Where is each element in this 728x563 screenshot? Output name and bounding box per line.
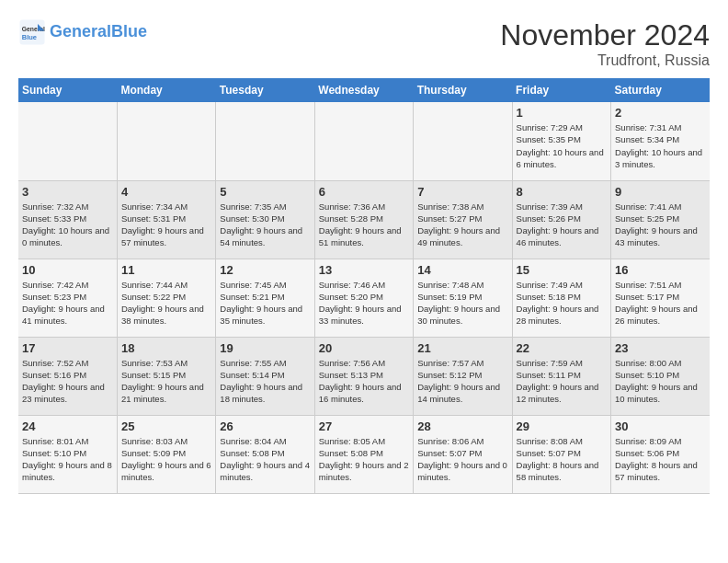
day-number: 18 <box>121 341 211 355</box>
day-info: Sunrise: 7:52 AM Sunset: 5:16 PM Dayligh… <box>22 357 113 406</box>
day-info: Sunrise: 7:32 AM Sunset: 5:33 PM Dayligh… <box>22 201 113 249</box>
calendar-day-cell: 8Sunrise: 7:39 AM Sunset: 5:26 PM Daylig… <box>512 180 610 259</box>
calendar-day-cell: 27Sunrise: 8:05 AM Sunset: 5:08 PM Dayli… <box>314 415 413 493</box>
day-info: Sunrise: 7:35 AM Sunset: 5:30 PM Dayligh… <box>220 201 310 249</box>
day-number: 4 <box>121 185 211 199</box>
weekday-header: Friday <box>512 78 610 102</box>
title-area: November 2024 Trudfront, Russia <box>500 18 710 69</box>
day-number: 22 <box>517 341 607 355</box>
calendar-day-cell: 4Sunrise: 7:34 AM Sunset: 5:31 PM Daylig… <box>117 180 215 259</box>
day-info: Sunrise: 7:55 AM Sunset: 5:14 PM Dayligh… <box>220 357 310 406</box>
calendar-day-cell: 30Sunrise: 8:09 AM Sunset: 5:06 PM Dayli… <box>611 415 710 493</box>
day-info: Sunrise: 7:34 AM Sunset: 5:31 PM Dayligh… <box>121 201 211 249</box>
calendar-table: SundayMondayTuesdayWednesdayThursdayFrid… <box>18 78 710 494</box>
day-info: Sunrise: 7:36 AM Sunset: 5:28 PM Dayligh… <box>319 201 409 249</box>
calendar-day-cell: 16Sunrise: 7:51 AM Sunset: 5:17 PM Dayli… <box>611 259 710 337</box>
day-number: 26 <box>220 419 310 433</box>
day-info: Sunrise: 8:09 AM Sunset: 5:06 PM Dayligh… <box>615 435 706 484</box>
calendar-day-cell: 15Sunrise: 7:49 AM Sunset: 5:18 PM Dayli… <box>512 259 610 337</box>
calendar-day-cell: 13Sunrise: 7:46 AM Sunset: 5:20 PM Dayli… <box>314 259 413 337</box>
page-header: General Blue GeneralBlue November 2024 T… <box>18 18 710 69</box>
day-info: Sunrise: 7:51 AM Sunset: 5:17 PM Dayligh… <box>615 279 706 327</box>
day-info: Sunrise: 8:01 AM Sunset: 5:10 PM Dayligh… <box>22 435 113 484</box>
day-info: Sunrise: 7:48 AM Sunset: 5:19 PM Dayligh… <box>417 279 507 327</box>
day-info: Sunrise: 7:38 AM Sunset: 5:27 PM Dayligh… <box>417 201 507 249</box>
calendar-header-row: SundayMondayTuesdayWednesdayThursdayFrid… <box>18 78 710 102</box>
day-info: Sunrise: 7:42 AM Sunset: 5:23 PM Dayligh… <box>22 279 113 327</box>
day-info: Sunrise: 7:56 AM Sunset: 5:13 PM Dayligh… <box>319 357 409 406</box>
day-number: 25 <box>121 419 211 433</box>
calendar-day-cell: 2Sunrise: 7:31 AM Sunset: 5:34 PM Daylig… <box>611 102 710 180</box>
day-number: 30 <box>615 419 706 433</box>
calendar-day-cell: 1Sunrise: 7:29 AM Sunset: 5:35 PM Daylig… <box>512 102 610 180</box>
calendar-day-cell: 19Sunrise: 7:55 AM Sunset: 5:14 PM Dayli… <box>216 337 314 415</box>
day-number: 16 <box>615 263 706 277</box>
calendar-day-cell: 14Sunrise: 7:48 AM Sunset: 5:19 PM Dayli… <box>414 259 512 337</box>
logo-general: General <box>50 22 111 40</box>
day-number: 14 <box>417 263 507 277</box>
day-number: 23 <box>615 341 706 355</box>
day-number: 10 <box>22 263 113 277</box>
calendar-day-cell: 26Sunrise: 8:04 AM Sunset: 5:08 PM Dayli… <box>216 415 314 493</box>
day-info: Sunrise: 8:08 AM Sunset: 5:07 PM Dayligh… <box>517 435 607 484</box>
calendar-day-cell: 6Sunrise: 7:36 AM Sunset: 5:28 PM Daylig… <box>314 180 413 259</box>
day-number: 20 <box>319 341 409 355</box>
day-number: 8 <box>517 185 607 199</box>
day-number: 29 <box>517 419 607 433</box>
calendar-week-row: 24Sunrise: 8:01 AM Sunset: 5:10 PM Dayli… <box>18 415 710 493</box>
day-number: 1 <box>517 106 607 120</box>
day-info: Sunrise: 8:03 AM Sunset: 5:09 PM Dayligh… <box>121 435 211 484</box>
calendar-day-cell: 9Sunrise: 7:41 AM Sunset: 5:25 PM Daylig… <box>611 180 710 259</box>
day-number: 12 <box>220 263 310 277</box>
day-info: Sunrise: 7:49 AM Sunset: 5:18 PM Dayligh… <box>517 279 607 327</box>
day-info: Sunrise: 7:44 AM Sunset: 5:22 PM Dayligh… <box>121 279 211 327</box>
day-number: 6 <box>319 185 409 199</box>
day-number: 27 <box>319 419 409 433</box>
calendar-day-cell: 18Sunrise: 7:53 AM Sunset: 5:15 PM Dayli… <box>117 337 215 415</box>
weekday-header: Wednesday <box>314 78 413 102</box>
day-info: Sunrise: 7:31 AM Sunset: 5:34 PM Dayligh… <box>615 121 706 170</box>
calendar-day-cell: 24Sunrise: 8:01 AM Sunset: 5:10 PM Dayli… <box>18 415 117 493</box>
location-title: Trudfront, Russia <box>500 52 710 69</box>
day-info: Sunrise: 7:57 AM Sunset: 5:12 PM Dayligh… <box>417 357 507 406</box>
calendar-day-cell: 11Sunrise: 7:44 AM Sunset: 5:22 PM Dayli… <box>117 259 215 337</box>
day-number: 15 <box>517 263 607 277</box>
calendar-day-cell: 10Sunrise: 7:42 AM Sunset: 5:23 PM Dayli… <box>18 259 117 337</box>
day-number: 7 <box>417 185 507 199</box>
calendar-day-cell: 20Sunrise: 7:56 AM Sunset: 5:13 PM Dayli… <box>314 337 413 415</box>
day-number: 3 <box>22 185 113 199</box>
day-number: 28 <box>417 419 507 433</box>
day-info: Sunrise: 8:06 AM Sunset: 5:07 PM Dayligh… <box>417 435 507 484</box>
calendar-day-cell <box>314 102 413 180</box>
day-info: Sunrise: 7:29 AM Sunset: 5:35 PM Dayligh… <box>517 121 607 170</box>
calendar-day-cell <box>414 102 512 180</box>
logo-blue: Blue <box>111 22 147 40</box>
calendar-day-cell: 29Sunrise: 8:08 AM Sunset: 5:07 PM Dayli… <box>512 415 610 493</box>
day-number: 21 <box>417 341 507 355</box>
weekday-header: Thursday <box>414 78 512 102</box>
logo-icon: General Blue <box>18 18 46 46</box>
day-number: 2 <box>615 106 706 120</box>
day-info: Sunrise: 8:00 AM Sunset: 5:10 PM Dayligh… <box>615 357 706 406</box>
weekday-header: Sunday <box>18 78 117 102</box>
day-info: Sunrise: 7:53 AM Sunset: 5:15 PM Dayligh… <box>121 357 211 406</box>
calendar-day-cell <box>117 102 215 180</box>
weekday-header: Monday <box>117 78 215 102</box>
day-info: Sunrise: 7:45 AM Sunset: 5:21 PM Dayligh… <box>220 279 310 327</box>
calendar-day-cell: 7Sunrise: 7:38 AM Sunset: 5:27 PM Daylig… <box>414 180 512 259</box>
calendar-week-row: 17Sunrise: 7:52 AM Sunset: 5:16 PM Dayli… <box>18 337 710 415</box>
day-info: Sunrise: 7:39 AM Sunset: 5:26 PM Dayligh… <box>517 201 607 249</box>
calendar-day-cell: 12Sunrise: 7:45 AM Sunset: 5:21 PM Dayli… <box>216 259 314 337</box>
day-number: 9 <box>615 185 706 199</box>
calendar-day-cell: 25Sunrise: 8:03 AM Sunset: 5:09 PM Dayli… <box>117 415 215 493</box>
day-info: Sunrise: 7:59 AM Sunset: 5:11 PM Dayligh… <box>517 357 607 406</box>
svg-text:Blue: Blue <box>22 33 37 41</box>
day-number: 11 <box>121 263 211 277</box>
calendar-day-cell: 23Sunrise: 8:00 AM Sunset: 5:10 PM Dayli… <box>611 337 710 415</box>
day-number: 5 <box>220 185 310 199</box>
calendar-day-cell: 21Sunrise: 7:57 AM Sunset: 5:12 PM Dayli… <box>414 337 512 415</box>
calendar-week-row: 3Sunrise: 7:32 AM Sunset: 5:33 PM Daylig… <box>18 180 710 259</box>
calendar-week-row: 10Sunrise: 7:42 AM Sunset: 5:23 PM Dayli… <box>18 259 710 337</box>
calendar-day-cell: 17Sunrise: 7:52 AM Sunset: 5:16 PM Dayli… <box>18 337 117 415</box>
calendar-week-row: 1Sunrise: 7:29 AM Sunset: 5:35 PM Daylig… <box>18 102 710 180</box>
